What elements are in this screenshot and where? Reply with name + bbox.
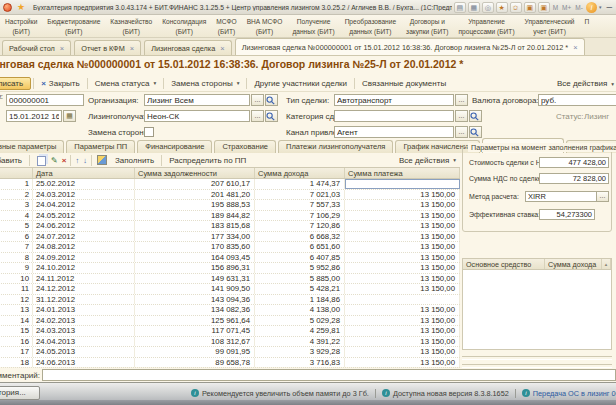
table-row[interactable]: 1424.02.2013125 961,645 029,2813 150,00 [0, 316, 460, 327]
scroll-up-icon[interactable]: ▴ [602, 259, 611, 269]
save-icon[interactable]: ▤ [454, 2, 466, 13]
section-item[interactable]: ВНА МСФО(БИТ) [242, 15, 288, 37]
memory-mplus-button[interactable]: М+ [561, 4, 572, 11]
section-item[interactable]: Бюджетирование(БИТ) [42, 15, 105, 37]
col-income[interactable]: Сумма дохода [255, 168, 345, 178]
table-row[interactable]: 1324.01.2013134 082,364 138,0013 150,00 [0, 305, 460, 316]
detail-tab[interactable]: Основные параметры [0, 140, 64, 153]
section-item[interactable]: Консолидация(БИТ) [157, 15, 211, 37]
col-income-sum[interactable]: Сумма дохода [545, 259, 602, 269]
table-row[interactable]: 424.05.2012189 844,827 106,2913 150,00 [0, 211, 460, 222]
date-field[interactable] [6, 110, 62, 122]
add-row-button[interactable]: + Добавить [0, 155, 27, 166]
table-row[interactable]: 1124.12.2012141 909,505 428,2113 150,00 [0, 284, 460, 295]
minimize-button[interactable]: – [606, 3, 612, 11]
info-dropdown-icon[interactable]: ▾ [599, 4, 602, 10]
number-field[interactable] [6, 94, 84, 106]
all-actions-button[interactable]: Все действия ▾ [557, 75, 614, 92]
close-form-button[interactable]: × Закрыть [36, 78, 84, 89]
close-tab-icon[interactable]: × [130, 45, 134, 52]
section-item[interactable]: Казначейство(БИТ) [105, 15, 157, 37]
table-row[interactable]: 1231.12.2012143 094,361 184,86 [0, 295, 460, 306]
preview-icon[interactable]: ◎ [482, 2, 494, 13]
section-item[interactable]: Договоры изакупки (БИТ) [401, 15, 453, 37]
col-rownum[interactable] [0, 168, 33, 178]
lessee-select-button[interactable]: ... [251, 110, 264, 122]
favorites-icon[interactable]: ★ [496, 2, 508, 13]
channel-open-button[interactable] [469, 126, 482, 138]
fill-icon[interactable] [97, 155, 107, 165]
mdi-tab[interactable]: Лизинговая сделка× [144, 40, 232, 55]
section-item[interactable]: Управленческийучет (БИТ) [520, 15, 580, 37]
table-row[interactable]: 1724.05.201399 091,953 929,2813 150,00 [0, 347, 460, 358]
deal-type-select-button[interactable]: ... [455, 94, 468, 106]
linked-documents-button[interactable]: Связанные документы [357, 78, 451, 89]
fill-button[interactable]: Заполнить [110, 155, 159, 166]
category-select-button[interactable]: ... [455, 110, 468, 122]
table-row[interactable]: 1024.11.2012149 631,315 885,0013 150,00 [0, 274, 460, 285]
replace-party-button[interactable]: Замена стороны ▾ [166, 78, 244, 89]
history-button[interactable]: История... [0, 386, 40, 400]
delete-row-icon[interactable]: × [60, 156, 69, 165]
channel-select-button[interactable]: ... [455, 126, 468, 138]
table-row[interactable]: 1824.06.201389 658,783 716,8313 150,00 [0, 358, 460, 369]
copy-row-icon[interactable] [37, 156, 46, 166]
table-row[interactable]: 924.10.2012156 896,315 952,8613 150,00 [0, 263, 460, 274]
print-icon[interactable]: ▦ [468, 2, 480, 13]
mdi-tab[interactable]: Отчет в КФМ× [74, 40, 141, 55]
method-select-button[interactable]: ... [596, 191, 609, 202]
category-field[interactable] [334, 110, 454, 122]
close-tab-icon[interactable]: × [573, 44, 577, 51]
lessee-open-button[interactable] [265, 110, 278, 122]
close-tab-icon[interactable]: × [220, 45, 224, 52]
memory-mminus-button[interactable]: М- [574, 4, 584, 11]
edit-row-icon[interactable]: ✎ [49, 156, 60, 165]
organization-field[interactable] [144, 94, 250, 106]
status-message[interactable]: iДоступна новая версия 8.3.8.1652 [375, 389, 515, 398]
detail-tab[interactable]: Финансирование [137, 140, 212, 153]
mdi-tab[interactable]: Лизинговая сделка №000000001 от 15.01.20… [235, 38, 585, 55]
move-up-icon[interactable]: ↑ [73, 156, 81, 165]
section-item[interactable]: П [580, 15, 595, 37]
table-row[interactable]: 324.04.2012195 888,537 557,3313 150,00 [0, 200, 460, 211]
distribute-button[interactable]: Распределить по ПП [164, 155, 251, 166]
table-row[interactable]: 524.06.2012183 815,687 120,8613 150,00 [0, 221, 460, 232]
grid-all-actions-button[interactable]: Все действия ▾ [399, 153, 456, 167]
close-tab-icon[interactable]: × [60, 45, 64, 52]
move-down-icon[interactable]: ↓ [81, 156, 89, 165]
calendar-button[interactable]: ▦ [63, 110, 76, 122]
info-icon[interactable]: i [586, 2, 597, 13]
status-message[interactable]: iРекомендуется увеличить объем памяти до… [185, 389, 375, 398]
table-row[interactable]: 1524.03.2013117 071,454 259,8113 150,00 [0, 326, 460, 337]
table-row[interactable]: 724.08.2012170 835,606 651,6013 150,00 [0, 242, 460, 253]
category-open-button[interactable] [469, 110, 482, 122]
memory-m-button[interactable]: М [552, 4, 559, 11]
organization-open-button[interactable] [265, 94, 278, 106]
section-item[interactable]: МСФО(БИТ) [211, 15, 241, 37]
rate-value[interactable]: 54,273300 [539, 209, 595, 220]
organization-select-button[interactable]: ... [251, 94, 264, 106]
detail-tab[interactable]: Страхование [214, 140, 276, 153]
section-item[interactable]: Управлениепроцессами (БИТ) [454, 15, 520, 37]
table-row[interactable]: 624.07.2012177 334,006 668,3213 150,00 [0, 232, 460, 243]
cost-value[interactable]: 477 428,00 [539, 157, 609, 168]
status-message[interactable]: iПередача ОС в лизинг 000000001 от 24.09… [515, 389, 616, 398]
currency-field[interactable] [538, 94, 616, 106]
other-participants-button[interactable]: Другие участники сделки [249, 78, 352, 89]
calculator-icon[interactable]: ▣ [538, 2, 550, 13]
section-item[interactable]: Получениеданных (БИТ) [287, 15, 339, 37]
col-date[interactable]: Дата [33, 168, 135, 178]
table-row[interactable]: 224.03.2012201 481,207 021,0313 150,00 [0, 190, 460, 201]
save-button[interactable]: Записать [0, 77, 31, 90]
channel-field[interactable] [334, 126, 454, 138]
col-debt[interactable]: Сумма задолженности [135, 168, 255, 178]
detail-tab[interactable]: Платежи лизингополучателя [278, 140, 393, 153]
table-row[interactable]: 824.09.2012164 093,456 407,8513 150,00 [0, 253, 460, 264]
lessee-field[interactable] [144, 110, 250, 122]
table-row[interactable]: 125.02.2012207 610,171 474,37 [0, 179, 460, 190]
deal-type-field[interactable] [334, 94, 454, 106]
method-field[interactable]: XIRR [525, 191, 597, 202]
section-item[interactable]: Настройки(БИТ) [0, 15, 42, 37]
mdi-tab[interactable]: Рабочий стол× [2, 40, 71, 55]
table-row[interactable]: 1624.04.2013108 312,674 391,2213 150,00 [0, 337, 460, 348]
